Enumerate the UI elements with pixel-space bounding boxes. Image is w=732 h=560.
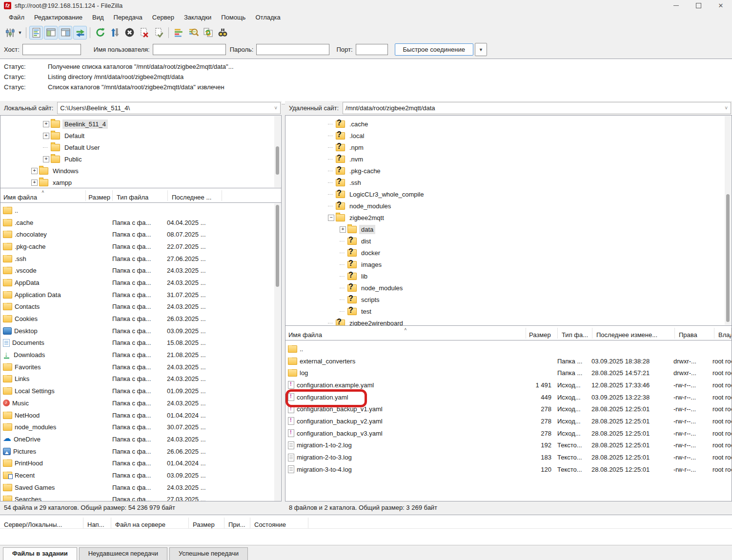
tab-успешные-передачи[interactable]: Успешные передачи bbox=[169, 547, 248, 560]
file-row-application-data[interactable]: Application DataПапка с фа...31.07.2025 … bbox=[0, 289, 281, 301]
tab-неудавшиеся-передачи[interactable]: Неудавшиеся передачи bbox=[79, 547, 167, 560]
expand-icon[interactable]: + bbox=[43, 121, 51, 127]
refresh-button[interactable] bbox=[93, 26, 107, 40]
username-input[interactable] bbox=[153, 44, 226, 55]
local-site-combo[interactable]: C:\Users\Beelink_511_4\ ˅ bbox=[57, 102, 281, 114]
tree-item-node-modules[interactable]: node_modules bbox=[285, 282, 732, 294]
file-row-local-settings[interactable]: Local SettingsПапка с фа...01.09.2025 ..… bbox=[0, 385, 281, 397]
port-input[interactable] bbox=[356, 44, 388, 55]
expand-icon[interactable]: + bbox=[43, 156, 51, 162]
queue-column-файл-на-сервере[interactable]: Файл на сервере bbox=[111, 518, 189, 528]
disconnect-button[interactable] bbox=[137, 26, 151, 40]
expand-icon[interactable]: + bbox=[31, 180, 39, 186]
column-header-name[interactable]: Имя файла˄ bbox=[285, 328, 526, 339]
tree-item-default[interactable]: +Default bbox=[0, 130, 281, 141]
file-row-links[interactable]: LinksПапка с фа...24.03.2025 ... bbox=[0, 373, 281, 385]
directory-filter-button[interactable] bbox=[172, 26, 185, 40]
menu-передача[interactable]: Передача bbox=[109, 11, 147, 24]
synchronized-browsing-button[interactable] bbox=[201, 26, 215, 40]
file-row-onedrive[interactable]: OneDriveПапка с фа...24.03.2025 ... bbox=[0, 433, 281, 445]
tree-item-test[interactable]: test bbox=[285, 305, 732, 317]
tree-item-pkg-cache[interactable]: .pkg-cache bbox=[285, 165, 732, 177]
tree-item-npm[interactable]: .npm bbox=[285, 141, 732, 153]
local-tree-scrollbar[interactable] bbox=[274, 116, 281, 187]
queue-column-при[interactable]: При... bbox=[224, 518, 250, 528]
host-input[interactable] bbox=[22, 44, 81, 55]
tree-item-docker[interactable]: docker bbox=[285, 247, 732, 259]
tree-item-nvm[interactable]: .nvm bbox=[285, 153, 732, 165]
file-row-configuration-example-yaml[interactable]: configuration.example.yaml1 491Исход...1… bbox=[285, 379, 732, 391]
tree-item-beelink-511-4[interactable]: +Beelink_511_4 bbox=[0, 118, 281, 130]
remote-tree-scrollbar[interactable] bbox=[725, 116, 731, 325]
file-row-cache[interactable]: .cacheПапка с фа...04.04.2025 ... bbox=[0, 217, 281, 229]
expand-icon[interactable]: + bbox=[31, 168, 39, 174]
column-header-modified[interactable]: Последнее измене... bbox=[592, 328, 675, 339]
file-row-[interactable]: .. bbox=[0, 204, 281, 217]
queue-column-состояние[interactable]: Состояние bbox=[250, 518, 308, 528]
expand-icon[interactable]: + bbox=[340, 226, 347, 233]
maximize-button[interactable] bbox=[687, 0, 710, 11]
scrollbar-thumb[interactable] bbox=[276, 146, 279, 175]
file-row-nethood[interactable]: NetHoodПапка с фа...01.04.2024 ... bbox=[0, 409, 281, 421]
menu-файл[interactable]: Файл bbox=[4, 11, 29, 24]
toggle-transfer-queue-button[interactable] bbox=[73, 26, 87, 40]
column-header-size[interactable]: Размер bbox=[86, 190, 113, 201]
menu-отладка[interactable]: Отладка bbox=[250, 11, 285, 24]
file-row-external-converters[interactable]: external_convertersПапка ...03.09.2025 1… bbox=[285, 355, 732, 367]
tree-item-default-user[interactable]: Default User bbox=[0, 141, 281, 153]
column-header-type[interactable]: Тип файла bbox=[113, 190, 168, 201]
file-row-contacts[interactable]: ContactsПапка с фа...24.03.2025 ... bbox=[0, 301, 281, 313]
file-row-configuration-backup-v1-yaml[interactable]: configuration_backup_v1.yaml278Исход...2… bbox=[285, 403, 732, 415]
column-header-modified[interactable]: Последнее ... bbox=[168, 190, 222, 201]
tree-item-zigbee2wirenboard[interactable]: zigbee2wirenboard bbox=[285, 317, 732, 326]
file-row-printhood[interactable]: PrintHoodПапка с фа...01.04.2024 ... bbox=[0, 457, 281, 469]
file-row-node-modules[interactable]: node_modulesПапка с фа...30.07.2025 ... bbox=[0, 421, 281, 433]
tree-item-node-modules[interactable]: node_modules bbox=[285, 200, 732, 212]
queue-column-размер[interactable]: Размер bbox=[189, 518, 224, 528]
file-row-configuration-yaml[interactable]: configuration.yaml449Исход...03.09.2025 … bbox=[285, 391, 732, 403]
password-input[interactable] bbox=[256, 44, 329, 55]
tree-item-lib[interactable]: lib bbox=[285, 270, 732, 282]
file-row-migration-2-to-3-log[interactable]: migration-2-to-3.log183Тексто...28.08.20… bbox=[285, 451, 732, 463]
tree-item-logicclr3-whole-compile[interactable]: LogicCLr3_whole_compile bbox=[285, 188, 732, 200]
file-row-vscode[interactable]: .vscodeПапка с фа...24.03.2025 ... bbox=[0, 264, 281, 277]
file-row-cookies[interactable]: CookiesПапка с фа...26.03.2025 ... bbox=[0, 313, 281, 325]
column-header-name[interactable]: Имя файла˄ bbox=[0, 190, 86, 201]
menu-закладки[interactable]: Закладки bbox=[179, 11, 216, 24]
file-row-documents[interactable]: DocumentsПапка с фа...15.08.2025 ... bbox=[0, 337, 281, 349]
tree-item-scripts[interactable]: scripts bbox=[285, 294, 732, 305]
tree-item-local[interactable]: .local bbox=[285, 130, 732, 141]
collapse-icon[interactable]: − bbox=[328, 215, 336, 221]
tree-item-images[interactable]: images bbox=[285, 259, 732, 270]
file-row-migration-3-to-4-log[interactable]: migration-3-to-4.log120Тексто...28.08.20… bbox=[285, 463, 732, 476]
site-manager-button[interactable] bbox=[2, 26, 16, 40]
tree-item-public[interactable]: +Public bbox=[0, 153, 281, 165]
file-row-favorites[interactable]: FavoritesПапка с фа...24.03.2025 ... bbox=[0, 361, 281, 373]
menu-редактирование[interactable]: Редактирование bbox=[29, 11, 87, 24]
column-header-permissions[interactable]: Права bbox=[675, 328, 714, 339]
file-row-appdata[interactable]: AppDataПапка с фа...24.03.2025 ... bbox=[0, 277, 281, 289]
file-row-log[interactable]: logПапка ...28.08.2025 14:57:21drwxr-...… bbox=[285, 367, 732, 379]
reconnect-button[interactable] bbox=[152, 26, 165, 40]
file-row-ssh[interactable]: .sshПапка с фа...27.06.2025 ... bbox=[0, 253, 281, 265]
file-row-configuration-backup-v3-yaml[interactable]: configuration_backup_v3.yaml278Исход...2… bbox=[285, 427, 732, 440]
file-row-pictures[interactable]: PicturesПапка с фа...26.06.2025 ... bbox=[0, 445, 281, 458]
quickconnect-button[interactable]: Быстрое соединение bbox=[395, 43, 473, 56]
toggle-local-tree-button[interactable] bbox=[44, 26, 58, 40]
tree-item-dist[interactable]: dist bbox=[285, 235, 732, 247]
tree-item-ssh[interactable]: .ssh bbox=[285, 177, 732, 188]
file-row-saved-games[interactable]: Saved GamesПапка с фа...24.03.2025 ... bbox=[0, 481, 281, 494]
file-row-desktop[interactable]: DesktopПапка с фа...03.09.2025 ... bbox=[0, 325, 281, 337]
cancel-button[interactable] bbox=[122, 26, 136, 40]
local-list-scrollbar[interactable] bbox=[274, 203, 281, 504]
file-row-music[interactable]: MusicПапка с фа...24.03.2025 ... bbox=[0, 397, 281, 409]
column-header-type[interactable]: Тип фа... bbox=[558, 328, 592, 339]
menu-помощь[interactable]: Помощь bbox=[216, 11, 250, 24]
tab-файлы-в-задании[interactable]: Файлы в задании bbox=[3, 547, 77, 560]
menu-вид[interactable]: Вид bbox=[87, 11, 109, 24]
tree-item-cache[interactable]: .cache bbox=[285, 118, 732, 130]
minimize-button[interactable] bbox=[665, 0, 687, 11]
file-row-configuration-backup-v2-yaml[interactable]: configuration_backup_v2.yaml278Исход...2… bbox=[285, 415, 732, 427]
expand-icon[interactable]: + bbox=[43, 133, 51, 139]
file-row-migration-1-to-2-log[interactable]: migration-1-to-2.log192Тексто...28.08.20… bbox=[285, 440, 732, 452]
